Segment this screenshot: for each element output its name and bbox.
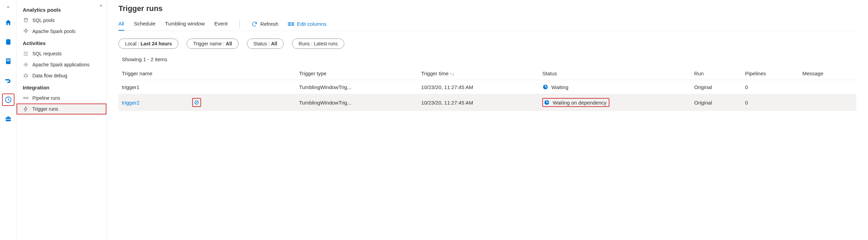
svg-point-0 bbox=[6, 39, 10, 41]
clock-icon bbox=[544, 99, 550, 106]
list-icon bbox=[23, 51, 29, 57]
tab-all[interactable]: All bbox=[118, 19, 124, 31]
rail-data-icon[interactable] bbox=[2, 36, 14, 48]
rail-monitor-icon[interactable] bbox=[2, 94, 14, 106]
run-value: Original bbox=[691, 94, 742, 111]
tabs-and-commands: All Schedule Tumbling window Event Refre… bbox=[118, 19, 856, 31]
svg-rect-6 bbox=[7, 117, 9, 118]
tabs: All Schedule Tumbling window Event bbox=[118, 19, 228, 31]
rail-manage-icon[interactable] bbox=[2, 113, 14, 125]
sidebar-section-analytics-pools: Analytics pools bbox=[17, 3, 106, 15]
trigger-time: 10/23/20, 11:27:45 AM bbox=[418, 80, 539, 94]
trigger-type: TumblingWindowTrig... bbox=[296, 80, 418, 94]
filter-trigger-name[interactable]: Trigger name : All bbox=[187, 39, 238, 49]
sidebar-collapse-icon[interactable]: « bbox=[100, 3, 102, 8]
debug-icon bbox=[23, 73, 29, 79]
refresh-label: Refresh bbox=[260, 21, 279, 27]
col-run[interactable]: Run bbox=[691, 67, 742, 80]
divider bbox=[239, 20, 240, 29]
cancel-run-button[interactable] bbox=[192, 98, 201, 107]
svg-rect-22 bbox=[293, 24, 294, 24]
refresh-icon bbox=[251, 21, 258, 27]
pipelines-count: 0 bbox=[742, 80, 799, 94]
col-trigger-type[interactable]: Trigger type bbox=[296, 67, 418, 80]
sidebar-item-sql-requests[interactable]: SQL requests bbox=[17, 48, 106, 59]
sidebar-item-data-flow-debug[interactable]: Data flow debug bbox=[17, 70, 106, 81]
svg-point-12 bbox=[27, 97, 28, 99]
svg-rect-17 bbox=[288, 25, 289, 26]
table-row[interactable]: trigger1TumblingWindowTrig...10/23/20, 1… bbox=[118, 80, 856, 94]
col-trigger-name[interactable]: Trigger name bbox=[118, 67, 296, 80]
svg-point-11 bbox=[23, 97, 25, 99]
filter-value: All bbox=[226, 41, 232, 46]
sidebar-item-label: Apache Spark applications bbox=[32, 62, 90, 67]
filter-value: All bbox=[271, 41, 277, 46]
sidebar-item-label: SQL pools bbox=[32, 18, 55, 23]
rail-expand-icon[interactable]: » bbox=[0, 3, 16, 10]
rail-develop-icon[interactable] bbox=[2, 55, 14, 67]
filter-status[interactable]: Status : All bbox=[247, 39, 284, 49]
svg-point-9 bbox=[25, 64, 27, 66]
sidebar-item-spark-pools[interactable]: Apache Spark pools bbox=[17, 26, 106, 37]
runs-table: Trigger name Trigger type Trigger time↑↓… bbox=[118, 67, 856, 111]
rail-home-icon[interactable] bbox=[2, 17, 14, 29]
svg-rect-7 bbox=[6, 119, 11, 120]
run-value: Original bbox=[691, 80, 742, 94]
message-text bbox=[799, 80, 856, 94]
col-label: Run bbox=[694, 70, 704, 76]
svg-rect-2 bbox=[7, 59, 10, 60]
sidebar-item-label: Data flow debug bbox=[32, 73, 67, 78]
rail-integrate-icon[interactable] bbox=[2, 74, 14, 87]
filter-prefix: Local : bbox=[125, 41, 139, 46]
main-content: Trigger runs All Schedule Tumbling windo… bbox=[107, 0, 868, 240]
trigger-name: trigger1 bbox=[122, 84, 139, 90]
sidebar-item-sql-pools[interactable]: SQL pools bbox=[17, 15, 106, 26]
svg-rect-15 bbox=[288, 24, 289, 24]
sidebar-item-label: Trigger runs bbox=[32, 106, 58, 112]
sidebar-item-label: Apache Spark pools bbox=[32, 29, 75, 34]
tab-event[interactable]: Event bbox=[215, 19, 228, 31]
col-status[interactable]: Status bbox=[539, 67, 691, 80]
spark-icon bbox=[23, 28, 29, 34]
filter-local[interactable]: Local : Last 24 hours bbox=[118, 39, 178, 49]
edit-columns-label: Edit columns bbox=[297, 21, 326, 27]
pipeline-icon bbox=[23, 95, 29, 101]
svg-point-10 bbox=[24, 74, 27, 77]
svg-rect-14 bbox=[289, 22, 291, 23]
trigger-name[interactable]: trigger2 bbox=[122, 100, 139, 106]
sidebar-item-pipeline-runs[interactable]: Pipeline runs bbox=[17, 92, 106, 103]
page-title: Trigger runs bbox=[118, 4, 856, 13]
status-cell: Waiting bbox=[542, 84, 687, 90]
filter-runs[interactable]: Runs : Latest runs bbox=[292, 39, 344, 49]
edit-columns-button[interactable]: Edit columns bbox=[288, 21, 326, 29]
tab-tumbling-window[interactable]: Tumbling window bbox=[165, 19, 205, 31]
col-label: Trigger name bbox=[122, 70, 153, 76]
spark-app-icon bbox=[23, 62, 29, 68]
filter-value: Latest runs bbox=[314, 41, 338, 46]
svg-point-8 bbox=[24, 18, 28, 20]
svg-rect-13 bbox=[288, 22, 289, 23]
refresh-button[interactable]: Refresh bbox=[251, 21, 279, 29]
svg-rect-20 bbox=[293, 22, 294, 23]
col-label: Status bbox=[542, 70, 557, 76]
sidebar-item-trigger-runs[interactable]: Trigger runs bbox=[17, 103, 106, 114]
svg-rect-19 bbox=[292, 22, 292, 23]
table-row[interactable]: trigger2TumblingWindowTrig...10/23/20, 1… bbox=[118, 94, 856, 111]
col-label: Trigger type bbox=[299, 70, 326, 76]
svg-rect-23 bbox=[292, 25, 292, 26]
col-trigger-time[interactable]: Trigger time↑↓ bbox=[418, 67, 539, 80]
trigger-icon bbox=[23, 106, 29, 112]
col-pipelines[interactable]: Pipelines bbox=[742, 67, 799, 80]
svg-rect-16 bbox=[289, 24, 291, 24]
showing-count: Showing 1 - 2 items bbox=[122, 56, 856, 62]
filter-prefix: Runs : bbox=[299, 41, 312, 46]
left-icon-rail: » bbox=[0, 0, 17, 240]
sidebar-item-label: Pipeline runs bbox=[32, 95, 60, 101]
sort-icon: ↑↓ bbox=[450, 71, 454, 76]
filter-value: Last 24 hours bbox=[140, 41, 172, 46]
filter-prefix: Status : bbox=[253, 41, 270, 46]
tab-schedule[interactable]: Schedule bbox=[134, 19, 156, 31]
col-message[interactable]: Message bbox=[799, 67, 856, 80]
sidebar-item-spark-apps[interactable]: Apache Spark applications bbox=[17, 59, 106, 70]
svg-rect-24 bbox=[293, 25, 294, 26]
